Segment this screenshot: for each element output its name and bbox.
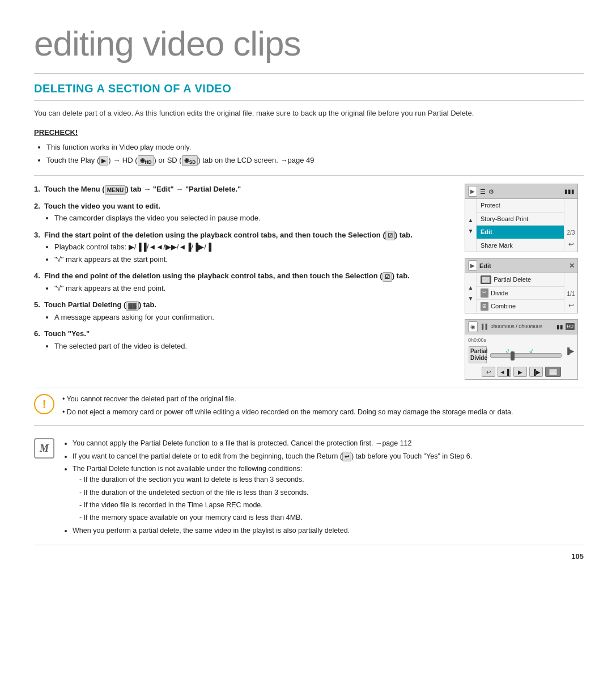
hd-icon: HD [566,323,575,330]
step-5-bullet: A message appears asking for your confir… [54,312,453,323]
slider-thumb[interactable] [511,351,515,360]
step-4: 4. Find the end point of the deletion us… [34,270,453,294]
step-2-body: The camcorder displays the video you sel… [34,213,453,224]
back-icon[interactable]: ↩ [568,239,574,249]
step-3-header: 3. Find the start point of the deletion … [34,230,453,241]
edit-item-combine[interactable]: ⊞ Combine [477,300,564,313]
step-5: 5. Touch Partial Deleting (▓▓) tab. A me… [34,299,453,323]
ui-panels: ▶ ☰ ⚙ ▮▮▮ ▲ ▼ Protect Story-Board Print … [465,184,584,380]
step-5-body: A message appears asking for your confir… [34,312,453,323]
step-2: 2. Touch the video you want to edit. The… [34,201,453,224]
menu-item-protect[interactable]: Protect [477,199,564,213]
warning-icon: ! [34,394,54,414]
battery-icon-3: ▮▮ [556,323,563,331]
step-1: 1. Touch the Menu (MENU) tab → "Edit" → … [34,184,453,195]
timecode-display: 0h00m00s / 0h00m00s [491,323,543,331]
step-3: 3. Find the start point of the deletion … [34,230,453,265]
step-6: 6. Touch "Yes." The selected part of the… [34,328,453,351]
note-condition-2: If the duration of the undeleted section… [79,487,472,498]
panel-playback: ◉ ▐▐ 0h00m00s / 0h00m00s ▮▮ HD 0h0:00s P… [465,319,578,380]
step-6-bullet: The selected part of the video is delete… [54,341,453,352]
step-6-body: The selected part of the video is delete… [34,341,453,352]
step-3-bullet-2: "√" mark appears at the start point. [54,254,453,265]
btn-step[interactable]: ▐▶ [529,367,543,377]
step-2-bullet: The camcorder displays the video you sel… [54,213,453,224]
note-box: M You cannot apply the Partial Delete fu… [34,432,584,545]
back-icon-2[interactable]: ↩ [568,300,574,311]
nav-right-icon[interactable]: ▐▶ [565,346,574,356]
page-title: editing video clips [34,17,584,74]
note-condition-3: If the video file is recorded in the Tim… [79,500,472,511]
step-2-header: 2. Touch the video you want to edit. [34,201,453,212]
nav-down-icon-2[interactable]: ▼ [468,294,474,303]
menu-item-edit[interactable]: Edit [477,226,564,239]
btn-partial[interactable]: ▓▓ [545,367,561,377]
play-icon-2: ▶ [468,260,477,271]
step-3-bullet-1: Playback control tabs: ▶/▐▐/◄◄/▶▶/◄▐/▐▶/… [54,241,453,253]
page-number: 105 [34,551,584,562]
page-counter-2: 1/1 [567,290,575,298]
btn-play[interactable]: ▶ [513,367,527,377]
record-indicator: ▐▐ [480,323,487,331]
gear-icon: ⚙ [488,187,494,197]
nav-up-icon[interactable]: ▲ [468,216,474,224]
step-1-header: 1. Touch the Menu (MENU) tab → "Edit" → … [34,184,453,195]
panel-edit-menu: ▶ Edit ✕ ▲ ▼ ▓▓ Partial Delete ✂ [465,258,578,313]
intro-text: You can delete part of a video. As this … [34,108,584,119]
precheck-label: PRECHECK! [34,127,584,138]
step-4-body: "√" mark appears at the end point. [34,283,453,294]
main-content: 1. Touch the Menu (MENU) tab → "Edit" → … [34,184,584,380]
note-item-1: You cannot apply the Partial Delete func… [73,438,472,449]
precheck-item: This function works in Video play mode o… [46,142,584,153]
note-item-3: The Partial Delete function is not avail… [73,464,472,524]
edit-item-partial-delete[interactable]: ▓▓ Partial Delete [477,273,564,287]
panel2-title: Edit [479,261,491,271]
warning-item-1: • You cannot recover the deleted part of… [62,394,513,405]
step-5-header: 5. Touch Partial Deleting (▓▓) tab. [34,299,453,311]
warning-box: ! • You cannot recover the deleted part … [34,388,584,426]
play-icon: ▶ [468,186,477,197]
step-4-header: 4. Find the end point of the deletion us… [34,270,453,282]
close-icon[interactable]: ✕ [569,261,575,271]
btn-rewind[interactable]: ◄▐ [498,367,511,377]
precheck-list: This function works in Video play mode o… [34,142,584,176]
battery-icon: ▮▮▮ [564,187,575,196]
playback-slider[interactable] [490,353,562,358]
note-text: You cannot apply the Partial Delete func… [62,438,472,538]
menu-item-storyboard[interactable]: Story-Board Print [477,213,564,226]
warning-item-2: • Do not eject a memory card or power of… [62,407,513,418]
precheck-item: Touch the Play (▶) → HD (◉HD) or SD (◉SD… [46,155,584,166]
precheck-section: PRECHECK! This function works in Video p… [34,127,584,176]
note-icon: M [34,438,54,459]
note-condition-1: If the duration of the section you want … [79,474,472,485]
menu-icon: ☰ [480,187,486,197]
partial-label: Partial Divide [469,346,487,363]
warning-text: • You cannot recover the deleted part of… [62,394,513,419]
panel-main-menu: ▶ ☰ ⚙ ▮▮▮ ▲ ▼ Protect Story-Board Print … [465,184,578,252]
instructions: 1. Touch the Menu (MENU) tab → "Edit" → … [34,184,453,380]
nav-down-icon[interactable]: ▼ [468,227,474,235]
btn-back[interactable]: ↩ [482,367,495,377]
step-6-header: 6. Touch "Yes." [34,328,453,340]
note-condition-4: If the memory space available on your me… [79,512,472,523]
nav-up-icon-2[interactable]: ▲ [468,283,474,292]
timecode-small: 0h0:00s [468,337,486,343]
menu-item-sharemark[interactable]: Share Mark [477,239,564,252]
play-icon-3: ◉ [468,321,478,332]
section-heading: DELETING A SECTION OF A VIDEO [34,80,584,101]
step-3-body: Playback control tabs: ▶/▐▐/◄◄/▶▶/◄▐/▐▶/… [34,241,453,265]
note-item-2: If you want to cancel the partial delete… [73,451,472,462]
step-4-bullet: "√" mark appears at the end point. [54,283,453,294]
edit-item-divide[interactable]: ✂ Divide [477,287,564,300]
page-counter: 2/3 [567,228,575,237]
note-item-4: When you perform a partial delete, the s… [73,525,472,536]
